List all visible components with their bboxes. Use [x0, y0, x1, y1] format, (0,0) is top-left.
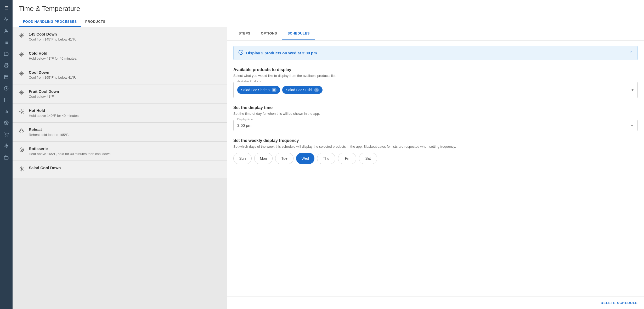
- menu-icon[interactable]: ☰: [2, 3, 11, 13]
- chart-icon[interactable]: [2, 107, 11, 116]
- section-frequency: Set the weekly display frequency Set whi…: [233, 138, 638, 164]
- list-item-title: Reheat: [29, 127, 69, 132]
- list-item-icon: [19, 52, 25, 59]
- list-item-desc: Cool from 165°F to below 41°F.: [29, 76, 76, 79]
- list-item-icon: [19, 147, 25, 154]
- folder-icon[interactable]: [2, 49, 11, 59]
- list-item[interactable]: Cold Hold Hold below 41°F for 40 minutes…: [13, 46, 227, 65]
- list-item-icon: [19, 128, 25, 135]
- right-panel: STEPS OPTIONS SCHEDULES Display 2 produc…: [227, 27, 644, 309]
- right-tab-bar: STEPS OPTIONS SCHEDULES: [227, 27, 644, 41]
- list-item[interactable]: Reheat Reheat cold food to 165°F.: [13, 123, 227, 142]
- tab-food-handling[interactable]: FOOD HANDLING PROCESSES: [19, 17, 81, 27]
- list-item-icon: [19, 166, 25, 173]
- products-section-title: Available products to display: [233, 67, 638, 72]
- display-time-field[interactable]: Display time 3:00 pm ▼: [233, 120, 638, 131]
- day-btn-sat[interactable]: Sat: [359, 153, 377, 164]
- list-item-icon: [19, 71, 25, 78]
- calendar-icon[interactable]: [2, 72, 11, 82]
- list-item[interactable]: Rotisserie Heat above 165°F, hold for 40…: [13, 142, 227, 161]
- list-item[interactable]: Hot Hold Hold above 140°F for 40 minutes…: [13, 104, 227, 123]
- day-btn-tue[interactable]: Tue: [275, 153, 293, 164]
- time-value: 3:00 pm: [237, 123, 251, 128]
- lightning-icon[interactable]: [2, 141, 11, 151]
- svg-line-45: [23, 113, 24, 113]
- available-products-field[interactable]: Available Products Salad Bar Shrimp ✕ Sa…: [233, 82, 638, 98]
- svg-point-51: [21, 149, 22, 151]
- day-btn-mon[interactable]: Mon: [254, 153, 273, 164]
- tab-schedules[interactable]: SCHEDULES: [282, 27, 315, 40]
- list-item-desc: Reheat cold food to 165°F.: [29, 133, 69, 137]
- list-item-title: Salad Cool Down: [29, 165, 61, 170]
- users-icon[interactable]: [2, 26, 11, 36]
- day-btn-fri[interactable]: Fri: [338, 153, 356, 164]
- frequency-section-desc: Set which days of the week this schedule…: [233, 145, 638, 148]
- list-icon[interactable]: [2, 38, 11, 47]
- frequency-section-title: Set the weekly display frequency: [233, 138, 638, 143]
- svg-point-25: [21, 35, 22, 36]
- section-time: Set the display time Set the time of day…: [233, 105, 638, 131]
- day-btn-wed[interactable]: Wed: [296, 153, 314, 164]
- tag-sushi-close[interactable]: ✕: [314, 88, 319, 92]
- activity-icon[interactable]: [2, 15, 11, 24]
- list-item-icon: [19, 32, 25, 39]
- svg-marker-19: [4, 144, 8, 148]
- display-time-label: Display time: [236, 118, 254, 121]
- day-btn-thu[interactable]: Thu: [317, 153, 335, 164]
- day-btn-sun[interactable]: Sun: [233, 153, 252, 164]
- products-section-desc: Select what you would like to display fr…: [233, 74, 638, 78]
- schedule-content: Display 2 products on Wed at 3:00 pm ⌃ A…: [227, 41, 644, 296]
- svg-line-48: [20, 113, 20, 113]
- svg-point-58: [21, 168, 22, 169]
- list-item[interactable]: Cool Down Cool from 165°F to below 41°F.: [13, 65, 227, 84]
- list-item-icon: [19, 90, 25, 97]
- clock-icon[interactable]: [2, 84, 11, 93]
- tab-steps[interactable]: STEPS: [233, 27, 256, 40]
- delete-schedule-button[interactable]: DELETE SCHEDULE: [601, 301, 638, 305]
- schedule-banner: Display 2 products on Wed at 3:00 pm ⌃: [233, 46, 638, 60]
- sidebar: ☰: [0, 0, 13, 309]
- svg-point-35: [21, 73, 22, 74]
- list-item-title: 145 Cool Down: [29, 32, 76, 36]
- list-item[interactable]: Salad Cool Down: [13, 161, 227, 178]
- svg-rect-20: [4, 156, 8, 159]
- chat-icon[interactable]: [2, 95, 11, 105]
- left-panel: 145 Cool Down Cool from 145°F to below 4…: [13, 27, 227, 309]
- svg-line-49: [23, 110, 24, 110]
- building-icon[interactable]: [2, 153, 11, 162]
- schedule-banner-text: Display 2 products on Wed at 3:00 pm: [246, 51, 317, 55]
- day-buttons: SunMonTueWedThuFriSat: [233, 153, 638, 164]
- svg-point-17: [5, 136, 6, 136]
- tag-salad-bar-shrimp[interactable]: Salad Bar Shrimp ✕: [237, 86, 280, 94]
- svg-line-44: [20, 110, 20, 110]
- svg-point-40: [21, 92, 22, 93]
- list-item-desc: Heat above 165°F, hold for 40 minutes th…: [29, 152, 111, 156]
- tag-shrimp-label: Salad Bar Shrimp: [241, 88, 270, 92]
- time-section-title: Set the display time: [233, 105, 638, 110]
- list-item-title: Cool Down: [29, 70, 76, 75]
- list-item-desc: Hold below 41°F for 40 minutes.: [29, 56, 77, 60]
- products-dropdown-arrow[interactable]: ▼: [631, 88, 634, 92]
- time-dropdown-arrow[interactable]: ▼: [630, 123, 634, 128]
- cart-icon[interactable]: [2, 130, 11, 139]
- products-field-content: Salad Bar Shrimp ✕ Salad Bar Sushi ✕: [237, 85, 634, 95]
- list-item[interactable]: 145 Cool Down Cool from 145°F to below 4…: [13, 27, 227, 46]
- available-products-label: Available Products: [236, 80, 262, 83]
- list-item-title: Cold Hold: [29, 51, 77, 55]
- tag-shrimp-close[interactable]: ✕: [272, 88, 276, 92]
- banner-chevron-icon[interactable]: ⌃: [629, 50, 633, 55]
- svg-point-41: [21, 111, 22, 112]
- page-header: Time & Temperature FOOD HANDLING PROCESS…: [13, 0, 644, 27]
- time-section-desc: Set the time of day for when this will b…: [233, 112, 638, 116]
- list-item[interactable]: Fruit Cool Down Cool below 41°F: [13, 84, 227, 104]
- list-item-title: Rotisserie: [29, 146, 111, 151]
- printer-icon[interactable]: [2, 61, 11, 70]
- tag-salad-bar-sushi[interactable]: Salad Bar Sushi ✕: [282, 86, 323, 94]
- svg-point-18: [8, 136, 8, 136]
- panels: 145 Cool Down Cool from 145°F to below 4…: [13, 27, 644, 309]
- svg-point-30: [21, 54, 22, 55]
- tab-options[interactable]: OPTIONS: [256, 27, 282, 40]
- page-title: Time & Temperature: [19, 5, 638, 13]
- settings-icon[interactable]: [2, 118, 11, 128]
- tab-products[interactable]: PRODUCTS: [81, 17, 110, 27]
